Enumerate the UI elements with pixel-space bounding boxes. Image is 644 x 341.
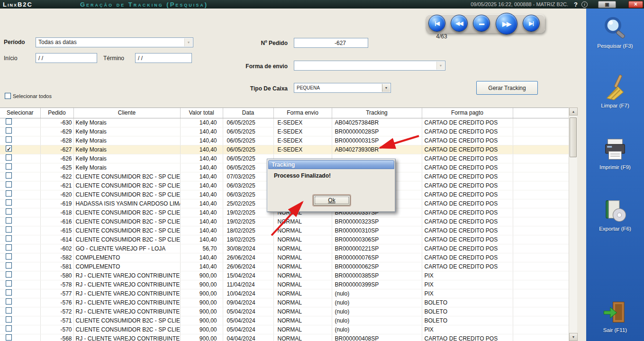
row-checkbox[interactable]	[6, 136, 12, 143]
cell-pedido: -630	[40, 118, 73, 127]
cell-data: 06/05/2025	[223, 163, 273, 172]
row-checkbox[interactable]	[6, 271, 12, 278]
cell-cliente: RJ - CLIENTE VAREJO CONTRIBUINTE -	[73, 307, 180, 316]
periodo-combo[interactable]: Todas as datas ▼	[36, 37, 193, 47]
sidebar-item-exportar[interactable]: Exportar (F6)	[586, 198, 644, 232]
stop-button[interactable]: ▬	[473, 15, 490, 32]
header-pedido[interactable]: Pedido	[40, 108, 73, 118]
cell-forma-pagto: CARTAO DE CREDITO POS	[422, 262, 513, 271]
sidebar-item-limpar[interactable]: Limpar (F7)	[586, 74, 644, 108]
table-row[interactable]: -577RJ - CLIENTE VAREJO CONTRIBUINTE -90…	[0, 289, 569, 298]
scroll-up-icon[interactable]: ▲	[569, 108, 578, 116]
chevron-down-icon[interactable]: ▼	[184, 38, 192, 46]
table-row[interactable]: -568RJ - CLIENTE VAREJO CONTRIBUINTE -90…	[0, 334, 569, 341]
header-tracking[interactable]: Tracking	[332, 108, 422, 118]
window-button[interactable]: ▣	[598, 1, 616, 8]
row-checkbox[interactable]	[6, 253, 12, 260]
selecionar-todos[interactable]: Selecionar todos	[5, 93, 52, 99]
tipo-caixa-combo[interactable]: PEQUENA ▼	[294, 83, 391, 93]
header-cliente[interactable]: Cliente	[73, 108, 180, 118]
close-button[interactable]: ×	[628, 1, 643, 8]
table-row[interactable]: -570CLIENTE CONSUMIDOR B2C - SP CLIENT90…	[0, 325, 569, 334]
table-row[interactable]: -572RJ - CLIENTE VAREJO CONTRIBUINTE -90…	[0, 307, 569, 316]
row-checkbox[interactable]	[6, 190, 12, 197]
header-data[interactable]: Data	[223, 108, 273, 118]
row-checkbox[interactable]	[6, 298, 12, 305]
sidebar-item-pesquisar[interactable]: Pesquisar (F3)	[586, 15, 644, 49]
header-selecionar[interactable]: Selecionar	[0, 108, 40, 118]
table-row[interactable]: -580RJ - CLIENTE VAREJO CONTRIBUINTE -90…	[0, 271, 569, 280]
scroll-down-icon[interactable]: ▼	[569, 333, 578, 341]
table-row[interactable]: -581COMPLEMENTO140,4026/06/2024NORMALBR0…	[0, 262, 569, 271]
row-checkbox[interactable]	[6, 217, 12, 224]
grid-header-row: Selecionar Pedido Cliente Valor total Da…	[0, 108, 569, 118]
next-record-button[interactable]: ▶▶	[496, 13, 517, 35]
row-checkbox[interactable]	[6, 226, 12, 233]
row-checkbox[interactable]	[6, 325, 12, 332]
table-row[interactable]: -628Kelly Morais140,4006/05/2025E-SEDEXB…	[0, 136, 569, 145]
table-row[interactable]: -630Kelly Morais140,4006/05/2025E-SEDEXA…	[0, 118, 569, 127]
ok-button[interactable]: Ok	[313, 195, 350, 206]
help-icon[interactable]: ?	[574, 1, 578, 8]
row-checkbox[interactable]	[6, 154, 12, 161]
table-row[interactable]: -615CLIENTE CONSUMIDOR B2C - SP CLIENT14…	[0, 226, 569, 235]
dialog-titlebar[interactable]: Tracking	[268, 160, 394, 169]
row-checkbox[interactable]	[6, 208, 12, 215]
row-checkbox[interactable]	[6, 316, 12, 323]
row-checkbox[interactable]	[6, 181, 12, 188]
table-row[interactable]: -627Kelly Morais140,4006/05/2025E-SEDEXA…	[0, 145, 569, 154]
table-row[interactable]: -571CLIENTE CONSUMIDOR B2C - SP CLIENT90…	[0, 316, 569, 325]
row-checkbox[interactable]	[6, 334, 12, 341]
cell-pedido: -627	[40, 145, 73, 154]
row-checkbox[interactable]	[6, 307, 12, 314]
cell-selecionar	[0, 172, 40, 181]
cell-tracking: (nulo)	[332, 325, 422, 334]
cell-tracking: BR000000221SP	[332, 244, 422, 253]
row-checkbox[interactable]	[6, 199, 12, 206]
row-checkbox[interactable]	[6, 262, 12, 269]
header-forma-pagto[interactable]: Forma pagto	[422, 108, 513, 118]
cell-pedido: -622	[40, 172, 73, 181]
table-row[interactable]: -614CLIENTE CONSUMIDOR B2C - SP CLIENT14…	[0, 235, 569, 244]
window-icon: ▣	[605, 2, 609, 7]
header-forma-envio[interactable]: Forma envio	[273, 108, 332, 118]
table-row[interactable]: -582COMPLEMENTO140,4026/06/2024NORMALBR0…	[0, 253, 569, 262]
cell-forma-envio: NORMAL	[273, 271, 332, 280]
info-icon[interactable]: i	[581, 1, 588, 8]
cell-data: 11/04/2024	[223, 280, 273, 289]
header-valor-total[interactable]: Valor total	[180, 108, 223, 118]
row-checkbox[interactable]	[6, 289, 12, 296]
table-row[interactable]: -616CLIENTE CONSUMIDOR B2C - SP CLIENT14…	[0, 217, 569, 226]
inicio-date-field[interactable]: / /	[36, 53, 97, 63]
gerar-tracking-button[interactable]: Gerar Tracking	[476, 81, 538, 95]
sidebar-label: Imprimir (F9)	[599, 164, 631, 170]
cell-forma-envio: NORMAL	[273, 253, 332, 262]
row-checkbox[interactable]	[6, 118, 12, 125]
selecionar-todos-checkbox[interactable]	[5, 93, 11, 99]
previous-record-button[interactable]: ◀◀	[451, 15, 468, 32]
cell-filler	[513, 154, 569, 163]
table-row[interactable]: -629Kelly Morais140,4006/05/2025E-SEDEXB…	[0, 127, 569, 136]
row-checkbox[interactable]	[6, 127, 12, 134]
cell-forma-pagto: CARTAO DE CREDITO POS	[422, 163, 513, 172]
sidebar-item-sair[interactable]: Sair (F11)	[586, 299, 644, 333]
row-checkbox[interactable]	[6, 163, 12, 170]
row-checkbox[interactable]	[6, 280, 12, 287]
table-row[interactable]: -576RJ - CLIENTE VAREJO CONTRIBUINTE -90…	[0, 298, 569, 307]
chevron-down-icon[interactable]: ▼	[436, 62, 444, 70]
last-record-button[interactable]: ▶|	[523, 15, 540, 32]
sidebar-item-imprimir[interactable]: Imprimir (F9)	[586, 136, 644, 170]
numero-pedido-field[interactable]: -627	[294, 38, 368, 48]
table-row[interactable]: -578RJ - CLIENTE VAREJO CONTRIBUINTE -90…	[0, 280, 569, 289]
scrollbar-thumb[interactable]	[570, 117, 577, 157]
first-record-button[interactable]: |◀	[428, 15, 445, 32]
row-checkbox[interactable]	[6, 172, 12, 179]
termino-date-field[interactable]: / /	[135, 53, 192, 63]
chevron-down-icon[interactable]: ▼	[382, 84, 390, 92]
table-row[interactable]: -602GO - CLIENTE VAREJO PF - LOJA56,7030…	[0, 244, 569, 253]
row-checkbox[interactable]	[6, 145, 12, 152]
forma-envio-combo[interactable]: ▼	[294, 61, 445, 71]
vertical-scrollbar[interactable]: ▲ ▼	[569, 108, 577, 341]
row-checkbox[interactable]	[6, 235, 12, 242]
row-checkbox[interactable]	[6, 244, 12, 251]
